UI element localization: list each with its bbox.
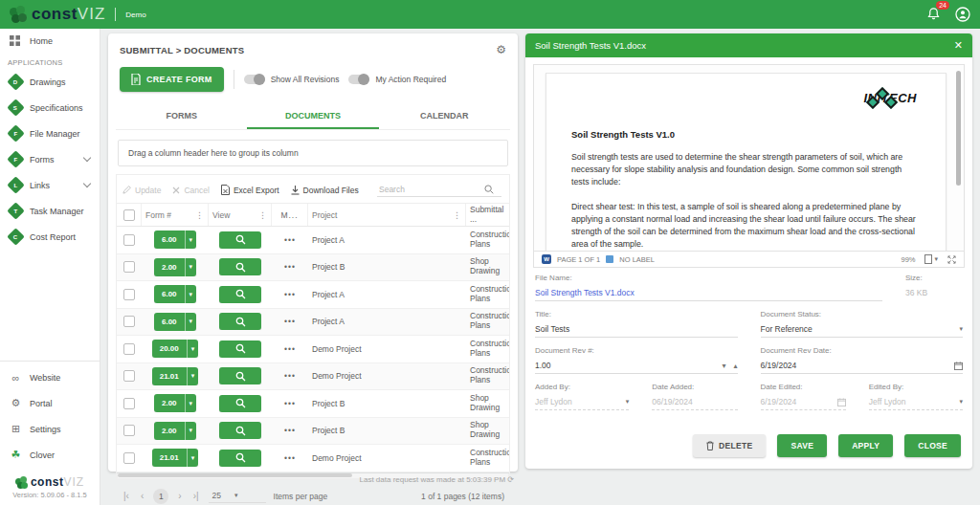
sidebar-item-portal[interactable]: ⚙ Portal xyxy=(0,390,100,416)
tab-forms[interactable]: FORMS xyxy=(116,103,247,129)
close-button[interactable]: CLOSE xyxy=(904,434,961,457)
my-action-required-toggle[interactable] xyxy=(348,75,369,84)
view-button[interactable] xyxy=(219,258,261,275)
clover-logo-icon xyxy=(15,476,28,489)
view-button[interactable] xyxy=(219,422,261,439)
row-checkbox[interactable] xyxy=(123,452,135,464)
update-button[interactable]: Update xyxy=(122,186,161,195)
form-number-button[interactable]: 6.00▾ xyxy=(154,285,196,303)
column-header-more[interactable]: M... xyxy=(280,210,298,220)
form-number-button[interactable]: 2.00▾ xyxy=(154,422,196,440)
row-checkbox[interactable] xyxy=(123,425,135,436)
form-number-button[interactable]: 6.00▾ xyxy=(154,313,196,331)
apply-button[interactable]: APPLY xyxy=(838,434,893,457)
chevron-down-icon[interactable]: ▾ xyxy=(722,362,725,370)
notifications-bell-icon[interactable]: 24 xyxy=(926,7,942,22)
form-number-button[interactable]: 2.00▾ xyxy=(154,258,196,276)
row-more-button[interactable]: ••• xyxy=(272,290,308,299)
row-checkbox[interactable] xyxy=(123,398,135,409)
column-menu-icon[interactable]: ⋮ xyxy=(453,210,461,220)
tab-calendar[interactable]: CALENDAR xyxy=(379,103,510,129)
sidebar-item-links[interactable]: L Links xyxy=(0,172,100,198)
save-button[interactable]: SAVE xyxy=(777,434,827,457)
form-number-button[interactable]: 21.01▾ xyxy=(152,367,199,385)
prev-page-icon[interactable]: ‹ xyxy=(139,491,145,501)
sidebar-item-file-manager[interactable]: F File Manager xyxy=(0,121,100,146)
download-files-button[interactable]: Download Files xyxy=(291,186,359,195)
select-all-checkbox[interactable] xyxy=(123,209,135,221)
row-checkbox[interactable] xyxy=(123,316,135,327)
search-input[interactable] xyxy=(379,185,484,194)
sidebar-item-cost-report[interactable]: C Cost Report xyxy=(0,224,100,250)
view-button[interactable] xyxy=(219,367,261,384)
next-page-icon[interactable]: › xyxy=(176,491,183,501)
sidebar-item-drawings[interactable]: D Drawings xyxy=(0,69,100,95)
chevron-up-icon[interactable]: ▴ xyxy=(733,362,737,370)
profile-icon[interactable] xyxy=(955,7,970,22)
column-menu-icon[interactable]: ⋮ xyxy=(195,210,204,220)
view-button[interactable] xyxy=(219,340,261,358)
refresh-icon[interactable]: ⟳ xyxy=(507,475,514,484)
last-page-icon[interactable]: ›| xyxy=(191,491,201,501)
items-per-page-select[interactable]: 25▾ xyxy=(209,489,266,503)
row-checkbox[interactable] xyxy=(123,370,135,382)
file-name-link[interactable]: Soil Strength Tests V1.docx xyxy=(535,286,882,301)
first-page-icon[interactable]: |‹ xyxy=(122,491,131,501)
row-more-button[interactable]: ••• xyxy=(272,453,308,463)
delete-button[interactable]: DELETE xyxy=(693,434,766,457)
form-number-button[interactable]: 6.00▾ xyxy=(154,231,196,249)
row-checkbox[interactable] xyxy=(123,289,135,300)
view-button[interactable] xyxy=(219,450,261,467)
row-more-button[interactable]: ••• xyxy=(272,317,308,326)
sidebar-item-website[interactable]: ∞ Website xyxy=(0,365,100,390)
view-button[interactable] xyxy=(219,395,261,412)
page-view-icon[interactable]: ▾ xyxy=(924,254,938,264)
form-number-button[interactable]: 2.00▾ xyxy=(154,394,196,412)
column-header-form[interactable]: Form # xyxy=(145,210,171,220)
sidebar-item-settings[interactable]: ⊞ Settings xyxy=(0,416,100,442)
tab-documents[interactable]: DOCUMENTS xyxy=(247,103,378,129)
sidebar-item-forms[interactable]: F Forms xyxy=(0,146,100,172)
view-button[interactable] xyxy=(219,286,261,303)
current-page-button[interactable]: 1 xyxy=(153,489,168,504)
row-checkbox[interactable] xyxy=(123,261,135,273)
app-diamond-icon: S xyxy=(7,99,24,116)
group-by-hint[interactable]: Drag a column header here to group its c… xyxy=(118,140,508,166)
show-all-revisions-toggle[interactable] xyxy=(244,75,265,84)
sidebar-item-home[interactable]: Home xyxy=(0,29,100,53)
row-more-button[interactable]: ••• xyxy=(272,371,308,381)
form-number-button[interactable]: 20.00▾ xyxy=(152,340,199,358)
view-button[interactable] xyxy=(219,313,261,330)
cancel-button[interactable]: Cancel xyxy=(172,186,209,195)
document-status-select[interactable]: For Reference▾ xyxy=(761,322,964,338)
row-more-button[interactable]: ••• xyxy=(272,399,308,408)
column-header-submittal[interactable]: Submittal ... xyxy=(470,206,505,225)
title-field[interactable]: Soil Tests xyxy=(535,322,738,338)
column-header-view[interactable]: View xyxy=(212,210,230,220)
view-button[interactable] xyxy=(219,231,261,249)
row-checkbox[interactable] xyxy=(123,234,135,246)
row-more-button[interactable]: ••• xyxy=(272,235,308,245)
row-more-button[interactable]: ••• xyxy=(272,426,308,435)
clover-logo-icon xyxy=(10,6,27,23)
viewer-scrollbar[interactable] xyxy=(956,71,961,186)
row-more-button[interactable]: ••• xyxy=(272,344,308,354)
sidebar-item-specifications[interactable]: S Specifications xyxy=(0,95,100,121)
project-cell: Project B xyxy=(308,399,466,408)
row-more-button[interactable]: ••• xyxy=(272,262,308,272)
column-menu-icon[interactable]: ⋮ xyxy=(258,210,267,220)
form-number-button[interactable]: 21.01▾ xyxy=(152,449,199,467)
document-rev-stepper[interactable]: 1.00▾▴ xyxy=(535,359,738,374)
rev-date-field[interactable]: 6/19/2024 xyxy=(761,359,964,374)
fullscreen-toggle-icon[interactable] xyxy=(947,255,956,264)
calendar-icon[interactable] xyxy=(954,362,963,370)
create-form-button[interactable]: CREATE FORM xyxy=(120,67,224,92)
sidebar-item-clover[interactable]: ☘ Clover xyxy=(0,442,100,468)
gear-icon[interactable]: ⚙ xyxy=(496,43,506,56)
sidebar-item-task-manager[interactable]: T Task Manager xyxy=(0,198,100,224)
excel-export-button[interactable]: Excel Export xyxy=(221,185,279,195)
column-header-project[interactable]: Project xyxy=(312,210,337,220)
close-icon[interactable]: ✕ xyxy=(954,39,963,52)
zoom-level[interactable]: 99% xyxy=(901,255,915,264)
row-checkbox[interactable] xyxy=(123,343,135,355)
